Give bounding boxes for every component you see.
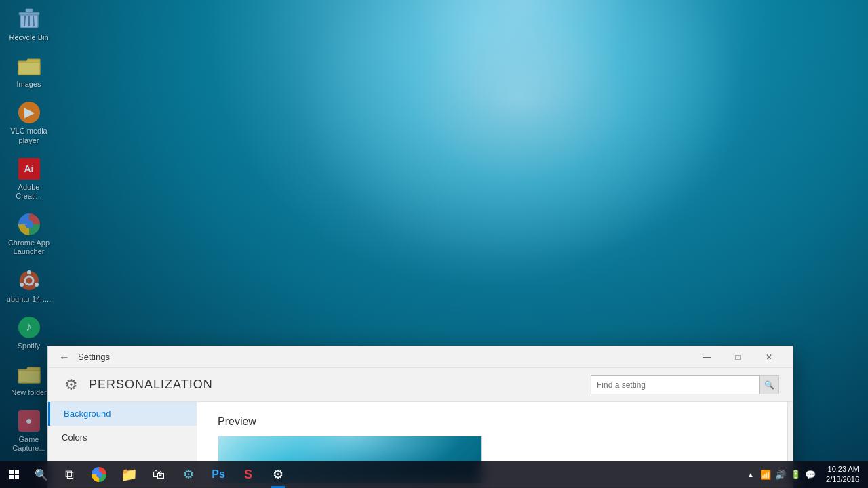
search-button[interactable]: 🔍 — [760, 375, 779, 394]
desktop-icon-adobe[interactable]: Ai Adobe Creati... — [3, 153, 54, 203]
control-panel-icon: ⚙ — [183, 467, 194, 482]
desktop-icon-vlc[interactable]: ▶ VLC media player — [3, 97, 54, 147]
taskbar-right-area: ▲ 📶 🔊 🔋 💬 10:23 AM 2/13/2016 — [741, 461, 868, 488]
adobe-icon: Ai — [16, 156, 42, 182]
taskbar-date: 2/13/2016 — [826, 474, 859, 485]
sidebar-item-colors[interactable]: Colors — [48, 426, 197, 449]
taskbar-time: 10:23 AM — [828, 464, 859, 474]
start-button[interactable] — [0, 461, 28, 488]
svg-point-9 — [27, 270, 31, 274]
recycle-bin-label: Recycle Bin — [9, 33, 48, 42]
sidebar-item-background[interactable]: Background — [48, 402, 197, 426]
taskbar-photoshop-button[interactable]: Ps — [203, 461, 233, 488]
svg-line-5 — [33, 16, 34, 26]
svg-point-10 — [20, 283, 24, 287]
svg-line-3 — [24, 16, 25, 26]
ubuntu-icon — [16, 268, 42, 293]
settings-search-container: 🔍 — [591, 375, 779, 394]
taskbar-obs-button[interactable]: S — [233, 461, 263, 488]
desktop-icons: Recycle Bin Images ▶ VLC media player Ai… — [3, 3, 54, 455]
svg-rect-12 — [18, 371, 40, 383]
taskbar-clock[interactable]: 10:23 AM 2/13/2016 — [821, 461, 865, 488]
obs-icon: S — [244, 468, 252, 482]
window-title: Settings — [78, 352, 691, 362]
window-back-button[interactable]: ← — [56, 349, 73, 365]
svg-rect-2 — [26, 9, 33, 12]
svg-rect-1 — [19, 12, 39, 15]
spotify-label: Spotify — [18, 342, 41, 350]
settings-header: ⚙ PERSONALIZATION 🔍 — [48, 368, 793, 402]
chrome-app-launcher-label: Chrome App Launcher — [6, 239, 52, 256]
desktop-icon-ubuntu[interactable]: ubuntu-14-.... — [3, 265, 54, 306]
preview-heading: Preview — [218, 415, 767, 428]
gear-icon: ⚙ — [62, 375, 81, 394]
taskbar-chrome-button[interactable] — [84, 461, 114, 488]
vlc-label: VLC media player — [6, 127, 52, 144]
taskbar-apps: 📁 🛍 ⚙ Ps S ⚙ — [84, 461, 293, 488]
new-folder-icon — [16, 361, 42, 387]
taskbar-file-explorer-button[interactable]: 📁 — [114, 461, 144, 488]
desktop-icon-spotify[interactable]: ♪ Spotify — [3, 312, 54, 353]
file-explorer-icon: 📁 — [121, 466, 138, 483]
personalization-title: PERSONALIZATION — [89, 378, 213, 392]
search-icon: 🔍 — [35, 468, 48, 481]
window-controls: — □ ✕ — [691, 346, 785, 368]
battery-icon[interactable]: 🔋 — [789, 461, 802, 488]
settings-icon: ⚙ — [273, 467, 283, 482]
windows-logo-icon — [9, 470, 19, 479]
window-titlebar: ← Settings — □ ✕ — [48, 346, 793, 368]
settings-search-input[interactable] — [591, 375, 760, 394]
game-capture-icon: ● — [16, 408, 42, 434]
recycle-bin-icon — [16, 6, 42, 32]
svg-point-11 — [35, 283, 39, 287]
chevron-up-icon: ▲ — [747, 471, 754, 479]
store-icon: 🛍 — [153, 468, 165, 482]
minimize-button[interactable]: — — [691, 346, 722, 368]
images-label: Images — [16, 80, 41, 89]
taskbar-task-view-button[interactable]: ⧉ — [54, 461, 84, 488]
network-icon[interactable]: 📶 — [759, 461, 772, 488]
task-view-icon: ⧉ — [65, 468, 74, 482]
photoshop-icon: Ps — [212, 468, 225, 481]
ubuntu-label: ubuntu-14-.... — [7, 295, 51, 304]
game-capture-label: Game Capture... — [6, 435, 52, 453]
chrome-icon — [92, 467, 106, 482]
show-hidden-icons-button[interactable]: ▲ — [744, 461, 757, 488]
close-button[interactable]: ✕ — [753, 346, 785, 368]
new-folder-label: New folder — [11, 388, 47, 397]
volume-icon[interactable]: 🔊 — [774, 461, 787, 488]
desktop-icon-new-folder[interactable]: New folder — [3, 359, 54, 400]
system-tray: ▲ 📶 🔊 🔋 💬 — [741, 461, 821, 488]
desktop-icon-game-capture[interactable]: ● Game Capture... — [3, 405, 54, 455]
images-folder-icon — [16, 53, 42, 79]
restore-button[interactable]: □ — [722, 346, 753, 368]
chrome-app-launcher-icon — [16, 211, 42, 237]
vlc-icon: ▶ — [16, 100, 42, 125]
spotify-icon: ♪ — [16, 314, 42, 340]
desktop-icon-chrome-app-launcher[interactable]: Chrome App Launcher — [3, 209, 54, 259]
action-center-icon[interactable]: 💬 — [804, 461, 817, 488]
desktop-icon-recycle-bin[interactable]: Recycle Bin — [3, 3, 54, 45]
taskbar-settings-button[interactable]: ⚙ — [263, 461, 293, 488]
taskbar-store-button[interactable]: 🛍 — [144, 461, 174, 488]
desktop: Recycle Bin Images ▶ VLC media player Ai… — [0, 0, 868, 488]
adobe-label: Adobe Creati... — [6, 183, 52, 201]
svg-rect-6 — [18, 62, 40, 75]
taskbar-search-button[interactable]: 🔍 — [28, 461, 54, 488]
desktop-icon-images[interactable]: Images — [3, 50, 54, 92]
taskbar-control-panel-button[interactable]: ⚙ — [174, 461, 203, 488]
taskbar: 🔍 ⧉ 📁 🛍 ⚙ Ps S — [0, 461, 868, 488]
